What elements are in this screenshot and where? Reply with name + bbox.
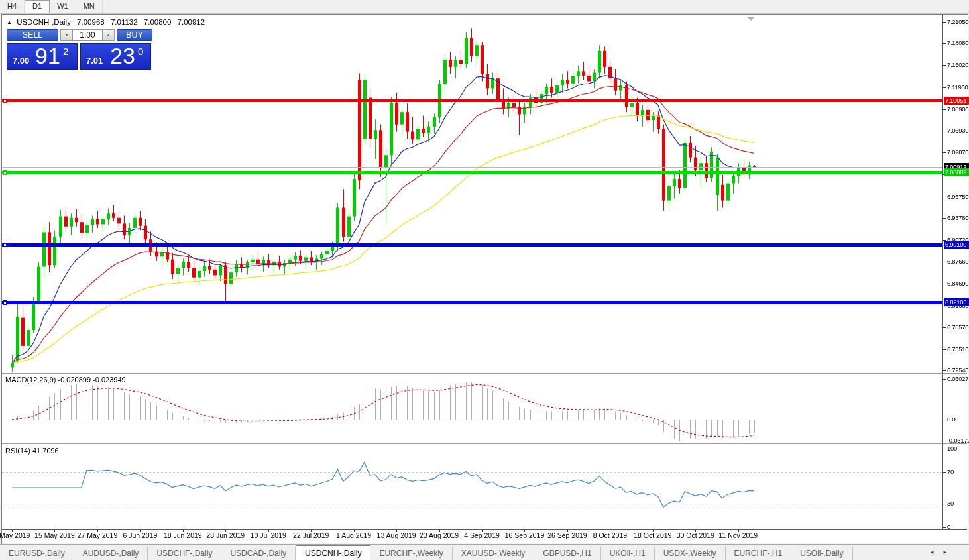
timeframe-button-mn[interactable]: MN [76, 0, 103, 13]
date-axis-label: 18 Jun 2019 [164, 532, 202, 539]
price-axis-tick: 6.78570 [947, 323, 969, 331]
buy-price-big: 23 [110, 43, 135, 69]
date-axis-label: 18 Oct 2019 [634, 532, 671, 539]
price-axis-box: 7.10051 [944, 97, 969, 105]
date-axis-label: 16 Sep 2019 [505, 532, 545, 539]
price-axis-tick: 6.75510 [947, 345, 969, 353]
chart-tab-usdchf-daily[interactable]: USDCHF-,Daily [148, 547, 221, 560]
rsi-axis-tick: 30 [947, 500, 969, 507]
chart-tab-usdcnh-daily[interactable]: USDCNH-,Daily [296, 545, 370, 560]
macd-axis-tick: 0.060273 [947, 375, 969, 382]
date-axis-label: 10 Jul 2019 [251, 532, 286, 539]
toolbar-divider [107, 0, 109, 13]
price-axis-box: 6.90100 [944, 241, 969, 249]
buy-price-main: 7.01 [86, 56, 103, 66]
date-axis-label: 4 Sep 2019 [464, 532, 500, 539]
ohlc-open: 7.00968 [77, 18, 105, 26]
price-axis-tick: 7.18080 [947, 39, 969, 46]
timeframe-toolbar: H4D1W1MN [0, 0, 969, 14]
symbol-period-label: USDCNH-,Daily [17, 18, 71, 26]
rsi-indicator-label: RSI(14) 41.7096 [5, 447, 59, 455]
date-axis-label: 15 May 2019 [34, 532, 75, 539]
ohlc-high: 7.01132 [111, 18, 138, 26]
chart-tab-usdx-weekly[interactable]: USDX-,Weekly [655, 547, 726, 560]
price-axis-box: 6.82103 [944, 298, 969, 306]
chart-tab-xauusd-weekly[interactable]: XAUUSD-,Weekly [453, 547, 534, 560]
sell-price-sup: 2 [63, 46, 68, 57]
chart-tab-gbpusd-h1[interactable]: GBPUSD-,H1 [534, 547, 600, 560]
macd-indicator-label: MACD(12,26,9) -0.020899 -0.023949 [5, 376, 126, 384]
date-axis-label: 6 Jun 2019 [123, 532, 157, 539]
collapse-triangle-icon[interactable]: ▲ [7, 19, 12, 25]
chart-tab-usdcad-daily[interactable]: USDCAD-,Daily [221, 547, 296, 560]
chart-tab-eurchf-h1[interactable]: EURCHF-,H1 [726, 547, 792, 560]
chart-tab-audusd-daily[interactable]: AUDUSD-,Daily [74, 547, 148, 560]
price-axis-tick: 6.72540 [947, 366, 969, 374]
rsi-axis-tick: 0 [947, 523, 969, 530]
price-axis-tick: 7.15020 [947, 61, 969, 68]
chart-title: ▲ USDCNH-,Daily 7.00968 7.01132 7.00800 … [7, 18, 205, 26]
sell-price-main: 7.00 [13, 56, 29, 66]
price-axis-tick: 6.93780 [947, 214, 969, 221]
date-axis-label: 26 Sep 2019 [547, 532, 587, 539]
buy-button[interactable]: BUY [117, 29, 152, 41]
chart-tab-eurusd-daily[interactable]: EURUSD-,Daily [0, 547, 74, 560]
date-axis-label: 28 Jun 2019 [206, 532, 245, 539]
timeframe-button-d1[interactable]: D1 [25, 0, 50, 13]
date-axis-label: 23 Aug 2019 [420, 532, 459, 539]
one-click-trade-panel: SELL ▼ 1.00 ▲ BUY 7.00 91 2 7.01 23 0 [7, 29, 152, 70]
ohlc-low: 7.00800 [144, 18, 172, 26]
price-axis-tick: 7.21050 [947, 18, 969, 25]
date-axis-label: 1 Aug 2019 [336, 532, 371, 539]
ohlc-close: 7.00912 [178, 18, 205, 26]
rsi-axis-tick: 100 [947, 445, 969, 452]
tab-scroll-right-icon[interactable]: ► [942, 549, 948, 555]
date-axis-label: 30 Oct 2019 [677, 532, 714, 539]
tab-scroll-left-icon[interactable]: ◄ [929, 549, 935, 555]
timeframe-button-h4[interactable]: H4 [0, 0, 25, 13]
date-axis-label: 27 May 2019 [78, 532, 118, 539]
sell-price-big: 91 [35, 43, 60, 69]
buy-price-display[interactable]: 7.01 23 0 [80, 43, 151, 70]
buy-price-sup: 0 [138, 46, 143, 57]
date-axis-label: 3 May 2019 [0, 532, 30, 539]
date-axis-label: 11 Nov 2019 [718, 532, 758, 539]
volume-increase-icon[interactable]: ▲ [102, 29, 115, 41]
price-axis-tick: 7.11960 [947, 84, 969, 91]
volume-decrease-icon[interactable]: ▼ [60, 29, 73, 41]
sell-price-display[interactable]: 7.00 91 2 [7, 43, 78, 70]
price-axis-tick: 6.96750 [947, 193, 969, 200]
sell-button[interactable]: SELL [7, 29, 58, 41]
price-axis-tick: 7.08900 [947, 105, 969, 113]
symbol-tab-bar: EURUSD-,DailyAUDUSD-,DailyUSDCHF-,DailyU… [0, 544, 969, 560]
date-axis-label: 13 Aug 2019 [377, 532, 416, 539]
chart-window-frame [1, 14, 968, 545]
macd-axis-tick: 0.00 [947, 416, 969, 423]
chart-tab-ukoil-h1[interactable]: UKOil-,H1 [601, 547, 655, 560]
volume-input[interactable]: 1.00 [73, 29, 102, 41]
macd-axis-tick: -0.031725 [947, 437, 969, 444]
price-axis-box: 7.00089 [944, 168, 969, 176]
rsi-axis-tick: 70 [947, 468, 969, 475]
price-axis-tick: 7.05930 [947, 127, 969, 134]
price-axis-tick: 7.02870 [947, 148, 969, 156]
terminal-window: H4D1W1MN ▲ USDCNH-,Daily 7.00968 7.01132… [0, 0, 969, 560]
timeframe-button-w1[interactable]: W1 [50, 0, 76, 13]
price-axis-tick: 6.84690 [947, 280, 969, 287]
date-axis-label: 8 Oct 2019 [593, 532, 627, 539]
chart-tab-usoil-daily[interactable]: USOil-,Daily [791, 547, 852, 560]
date-axis-label: 22 Jul 2019 [293, 532, 329, 539]
chart-tab-eurchf-weekly[interactable]: EURCHF-,Weekly [370, 547, 452, 560]
price-axis-tick: 6.87660 [947, 258, 969, 265]
